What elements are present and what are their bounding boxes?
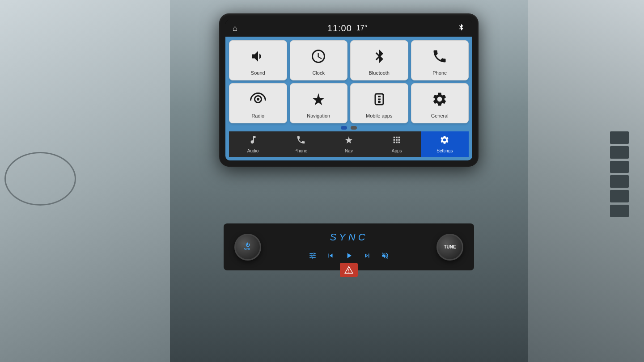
page-dot-1[interactable]: [341, 126, 347, 130]
tune-label: TUNE: [444, 244, 456, 249]
apps-nav-label: Apps: [392, 148, 402, 153]
bluetooth-indicator: [457, 23, 465, 33]
phone-nav-label: Phone: [294, 148, 307, 153]
app-tile-navigation[interactable]: Navigation: [290, 83, 348, 123]
prev-button[interactable]: [325, 250, 336, 263]
center-console: ⌂ 11:00 17°: [170, 0, 528, 362]
mobile-apps-label: Mobile apps: [366, 113, 392, 118]
general-icon: [432, 91, 448, 109]
general-label: General: [431, 113, 449, 118]
svg-point-2: [378, 101, 380, 102]
next-button[interactable]: [361, 250, 373, 263]
settings-nav-icon: [440, 135, 449, 147]
dashboard-right: [528, 0, 644, 362]
vent-slot: [610, 175, 629, 188]
clock-icon: [310, 48, 326, 67]
svg-text:SYNC: SYNC: [330, 232, 368, 243]
app-tile-general[interactable]: General: [411, 83, 469, 123]
main-content-area: Sound Clock: [225, 37, 472, 160]
vol-label: VOL: [244, 247, 251, 251]
navigation-label: Navigation: [307, 113, 330, 118]
equalizer-button[interactable]: [307, 250, 318, 263]
nav-item-nav[interactable]: Nav: [325, 131, 373, 157]
dashboard-left: [0, 0, 170, 362]
vent-right: [608, 130, 631, 219]
phone-icon: [432, 48, 448, 67]
vol-icon: ⏻: [246, 243, 250, 247]
vent-slot: [610, 190, 629, 202]
clock-label: Clock: [312, 70, 325, 76]
infotainment-screen: ⌂ 11:00 17°: [225, 20, 472, 160]
phone-nav-icon: [296, 135, 306, 147]
hazard-button[interactable]: [340, 263, 358, 277]
vent-slot: [610, 205, 629, 217]
nav-item-apps[interactable]: Apps: [373, 131, 421, 157]
sync-center: SYNC: [268, 231, 429, 263]
temperature-display: 17°: [356, 24, 367, 32]
sync-logo: SYNC: [322, 231, 376, 246]
screen-housing: ⌂ 11:00 17°: [219, 13, 479, 167]
svg-point-0: [257, 98, 259, 101]
radio-icon: [250, 91, 266, 109]
mobile-apps-icon: [371, 91, 387, 109]
app-tile-radio[interactable]: Radio: [229, 83, 287, 123]
app-grid: Sound Clock: [229, 40, 469, 123]
status-center: 11:00 17°: [237, 23, 457, 34]
radio-label: Radio: [251, 113, 264, 118]
apps-grid-icon: [392, 135, 402, 147]
bluetooth-icon: [371, 48, 387, 67]
audio-nav-label: Audio: [247, 148, 259, 153]
nav-item-settings[interactable]: Settings: [421, 131, 469, 157]
navigation-icon: [310, 91, 326, 109]
app-tile-sound[interactable]: Sound: [229, 40, 287, 80]
audio-nav-icon: [248, 135, 258, 147]
vent-slot: [610, 131, 629, 144]
bluetooth-label: Bluetooth: [369, 70, 390, 76]
sound-label: Sound: [251, 70, 265, 76]
nav-item-phone[interactable]: Phone: [277, 131, 325, 157]
vent-slot: [610, 161, 629, 173]
nav-bar: Audio Phone: [229, 131, 469, 157]
settings-nav-label: Settings: [436, 148, 453, 153]
clock-display: 11:00: [327, 23, 352, 34]
tune-knob[interactable]: TUNE: [436, 234, 463, 261]
home-icon[interactable]: ⌂: [233, 24, 237, 33]
status-bar: ⌂ 11:00 17°: [225, 20, 472, 37]
nav-star-icon: [344, 135, 354, 147]
page-indicators: [229, 123, 469, 131]
play-pause-button[interactable]: [343, 249, 355, 263]
nav-item-audio[interactable]: Audio: [229, 131, 277, 157]
phone-label: Phone: [432, 70, 447, 76]
media-buttons: [307, 249, 391, 263]
app-tile-mobile-apps[interactable]: Mobile apps: [350, 83, 408, 123]
vent-slot: [610, 146, 629, 159]
sound-icon: [250, 48, 266, 67]
mute-button[interactable]: [379, 250, 391, 263]
volume-knob[interactable]: ⏻ VOL: [234, 234, 261, 261]
app-tile-bluetooth[interactable]: Bluetooth: [350, 40, 408, 80]
page-dot-2[interactable]: [351, 126, 357, 130]
app-tile-clock[interactable]: Clock: [290, 40, 348, 80]
speedometer-hint: [4, 152, 76, 206]
nav-nav-label: Nav: [345, 148, 353, 153]
app-tile-phone[interactable]: Phone: [411, 40, 469, 80]
